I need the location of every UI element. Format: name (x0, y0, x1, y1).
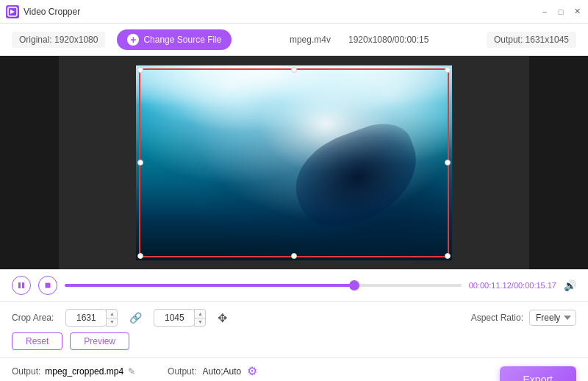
minimize-button[interactable]: − (539, 7, 550, 17)
export-button[interactable]: Export (500, 366, 576, 381)
change-source-button[interactable]: + Change Source File (117, 29, 232, 50)
plus-icon: + (127, 34, 139, 46)
width-input[interactable] (65, 309, 107, 327)
output-filename-group: Output: mpeg_cropped.mp4 ✎ (12, 366, 135, 377)
main-video-area (0, 56, 588, 269)
move-position-icon[interactable]: ✥ (218, 311, 227, 325)
left-panel (0, 56, 59, 269)
output-filename-value: mpeg_cropped.mp4 (45, 366, 123, 377)
width-input-group: ▲ ▼ (65, 309, 118, 327)
svg-rect-1 (18, 282, 21, 288)
output-config-label: Output: (168, 366, 196, 377)
file-name: mpeg.m4v (290, 35, 331, 45)
height-down-arrow[interactable]: ▼ (194, 318, 206, 327)
edit-filename-icon[interactable]: ✎ (128, 366, 135, 377)
width-arrows: ▲ ▼ (106, 309, 118, 327)
aspect-ratio-select[interactable]: Freely 16:9 4:3 1:1 9:16 (529, 310, 576, 326)
playback-row: 00:00:11.12/00:00:15.17 🔊 (12, 276, 576, 295)
aspect-ratio-group: Aspect Ratio: Freely 16:9 4:3 1:1 9:16 (471, 310, 576, 326)
height-arrows: ▲ ▼ (194, 309, 206, 327)
output-resolution-label: Output: 1631x1045 (487, 32, 576, 48)
video-frame (136, 65, 452, 260)
file-dimensions: 1920x1080/00:00:15 (348, 35, 429, 45)
output-row: Output: mpeg_cropped.mp4 ✎ Output: Auto;… (12, 364, 576, 378)
change-source-label: Change Source File (143, 35, 221, 45)
original-resolution-label: Original: 1920x1080 (12, 32, 105, 48)
app-title: Video Cropper (24, 7, 539, 17)
progress-bar[interactable] (65, 284, 462, 287)
video-canvas (59, 56, 529, 269)
file-info: mpeg.m4v 1920x1080/00:00:15 (243, 35, 474, 45)
close-button[interactable]: ✕ (572, 7, 582, 17)
svg-rect-3 (46, 283, 51, 288)
stop-button[interactable] (38, 276, 57, 295)
svg-rect-2 (22, 282, 24, 288)
height-input[interactable] (154, 309, 195, 327)
width-down-arrow[interactable]: ▼ (106, 318, 118, 327)
preview-button[interactable]: Preview (70, 332, 129, 350)
action-buttons-row: Reset Preview (12, 332, 576, 350)
time-display: 00:00:11.12/00:00:15.17 (469, 281, 556, 290)
aspect-ratio-label: Aspect Ratio: (471, 313, 523, 323)
output-config-group: Output: Auto;Auto ⚙ (168, 364, 257, 378)
reset-button[interactable]: Reset (12, 332, 62, 350)
window-controls: − □ ✕ (539, 7, 582, 17)
output-file-label: Output: (12, 366, 40, 377)
top-toolbar: Original: 1920x1080 + Change Source File… (0, 24, 588, 56)
width-up-arrow[interactable]: ▲ (106, 309, 118, 318)
height-up-arrow[interactable]: ▲ (194, 309, 206, 318)
progress-fill (65, 284, 354, 287)
volume-icon[interactable]: 🔊 (564, 279, 576, 291)
right-panel (529, 56, 588, 269)
app-icon (6, 5, 19, 18)
progress-thumb[interactable] (349, 280, 359, 291)
crop-controls-row: Crop Area: ▲ ▼ 🔗 ▲ ▼ ✥ (12, 309, 576, 327)
playback-area: 00:00:11.12/00:00:15.17 🔊 (0, 269, 588, 301)
crop-area-label: Crop Area: (12, 313, 54, 323)
bottom-container: Output: mpeg_cropped.mp4 ✎ Output: Auto;… (0, 357, 588, 381)
video-preview (136, 65, 452, 260)
settings-icon[interactable]: ⚙ (247, 364, 257, 378)
lock-ratio-icon[interactable]: 🔗 (129, 312, 142, 324)
height-spinner: ▲ ▼ (154, 309, 206, 327)
pause-button[interactable] (12, 276, 31, 295)
controls-panel: Crop Area: ▲ ▼ 🔗 ▲ ▼ ✥ (0, 301, 588, 357)
height-input-group: ▲ ▼ (154, 309, 206, 327)
output-config-value: Auto;Auto (202, 366, 241, 377)
title-bar: Video Cropper − □ ✕ (0, 0, 588, 24)
width-spinner: ▲ ▼ (65, 309, 118, 327)
maximize-button[interactable]: □ (556, 7, 566, 17)
